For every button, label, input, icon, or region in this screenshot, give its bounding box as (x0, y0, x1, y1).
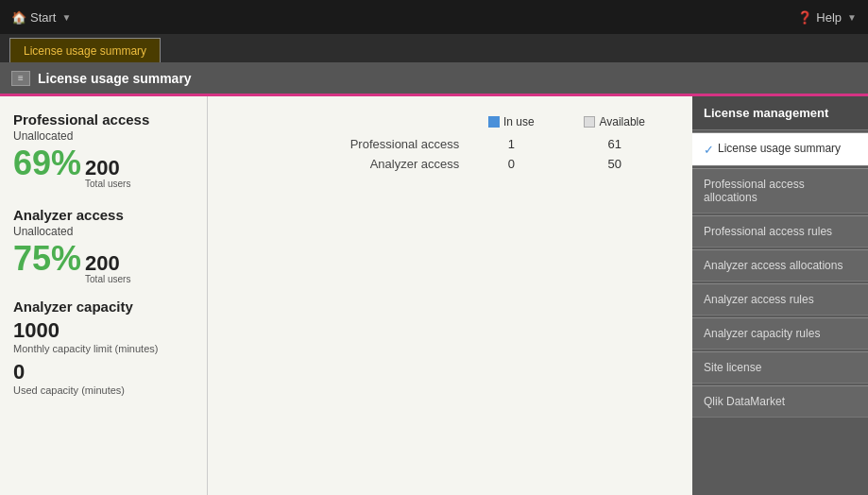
available-value: 50 (555, 154, 673, 174)
sidebar-item-label: License usage summary (718, 142, 841, 155)
available-box-icon (584, 116, 595, 128)
sidebar-item-label: Qlik DataMarket (704, 395, 785, 408)
page-header-icon: ≡ (11, 71, 30, 86)
professional-total-block: 200 Total users (85, 158, 130, 190)
sidebar-item-label: Analyzer capacity rules (704, 327, 820, 340)
analyzer-total-num: 200 (85, 253, 130, 274)
tab-bar: License usage summary (0, 34, 868, 62)
right-sidebar: License management ✓License usage summar… (692, 96, 868, 495)
analyzer-access-subtitle: Unallocated (13, 225, 194, 238)
top-nav-bar: 🏠 Start ▼ ❓ Help ▼ (0, 0, 868, 34)
help-dropdown-arrow[interactable]: ▼ (847, 12, 857, 23)
professional-access-subtitle: Unallocated (13, 129, 194, 143)
in-use-header: In use (467, 115, 555, 134)
capacity-desc: Monthly capacity limit (minutes) (13, 343, 194, 354)
sidebar-item-label: Site license (704, 361, 761, 374)
sidebar-item[interactable]: Analyzer access rules (692, 283, 868, 316)
start-dropdown-arrow[interactable]: ▼ (61, 12, 71, 23)
sidebar-item-label: Analyzer access allocations (704, 259, 842, 272)
nav-left: 🏠 Start ▼ (11, 10, 71, 25)
available-header: Available (555, 115, 673, 134)
in-use-value: 1 (467, 134, 555, 154)
middle-panel: In use Available Professional access (208, 96, 692, 495)
analyzer-capacity-title: Analyzer capacity (13, 299, 194, 315)
analyzer-access-title: Analyzer access (13, 207, 194, 223)
home-icon: 🏠 (11, 10, 26, 25)
usage-table: In use Available Professional access (227, 115, 673, 174)
professional-access-title: Professional access (13, 111, 194, 128)
analyzer-access-section: Analyzer access Unallocated 75% 200 Tota… (13, 207, 194, 285)
left-panel: Professional access Unallocated 69% 200 … (0, 96, 208, 495)
analyzer-percent: 75% (13, 242, 81, 276)
used-capacity-desc: Used capacity (minutes) (13, 384, 194, 396)
help-label[interactable]: Help (816, 10, 842, 25)
table-row: Professional access 1 61 (227, 134, 673, 154)
used-capacity-num: 0 (13, 360, 194, 384)
sidebar-items-container: ✓License usage summaryProfessional acces… (692, 132, 868, 418)
check-mark-icon: ✓ (704, 143, 714, 157)
sidebar-item[interactable]: Professional access allocations (692, 168, 868, 213)
sidebar-item[interactable]: Analyzer capacity rules (692, 317, 868, 350)
sidebar-item[interactable]: ✓License usage summary (692, 132, 868, 166)
in-use-box-icon (488, 116, 500, 128)
table-row: Analyzer access 0 50 (227, 154, 673, 174)
start-label[interactable]: Start (30, 10, 56, 25)
row-label: Professional access (227, 134, 467, 154)
sidebar-item[interactable]: Qlik DataMarket (692, 385, 868, 418)
row-label: Analyzer access (227, 154, 467, 174)
sidebar-item[interactable]: Analyzer access allocations (692, 249, 868, 282)
capacity-num: 1000 (13, 318, 194, 343)
tab-license-usage-summary[interactable]: License usage summary (9, 38, 161, 62)
professional-total-label: Total users (85, 179, 130, 190)
professional-total-num: 200 (85, 158, 130, 179)
in-use-value: 0 (467, 154, 555, 174)
sidebar-item-label: Professional access rules (704, 225, 832, 238)
help-icon: ❓ (797, 10, 812, 25)
available-value: 61 (555, 134, 673, 154)
sidebar-item-label: Analyzer access rules (704, 293, 814, 306)
professional-access-section: Professional access Unallocated 69% 200 … (13, 111, 194, 190)
nav-right: ❓ Help ▼ (797, 10, 857, 25)
analyzer-total-block: 200 Total users (85, 253, 130, 285)
sidebar-header: License management (692, 96, 868, 130)
sidebar-item-label: Professional access allocations (704, 178, 805, 204)
professional-percent: 69% (13, 146, 81, 180)
analyzer-capacity-section: Analyzer capacity 1000 Monthly capacity … (13, 299, 194, 396)
page-header: ≡ License usage summary (0, 62, 868, 96)
page-title: License usage summary (38, 71, 192, 86)
content-row: Professional access Unallocated 69% 200 … (0, 96, 868, 495)
main-area: ≡ License usage summary Professional acc… (0, 62, 868, 495)
sidebar-item[interactable]: Site license (692, 351, 868, 384)
analyzer-total-label: Total users (85, 274, 130, 285)
sidebar-item[interactable]: Professional access rules (692, 215, 868, 248)
